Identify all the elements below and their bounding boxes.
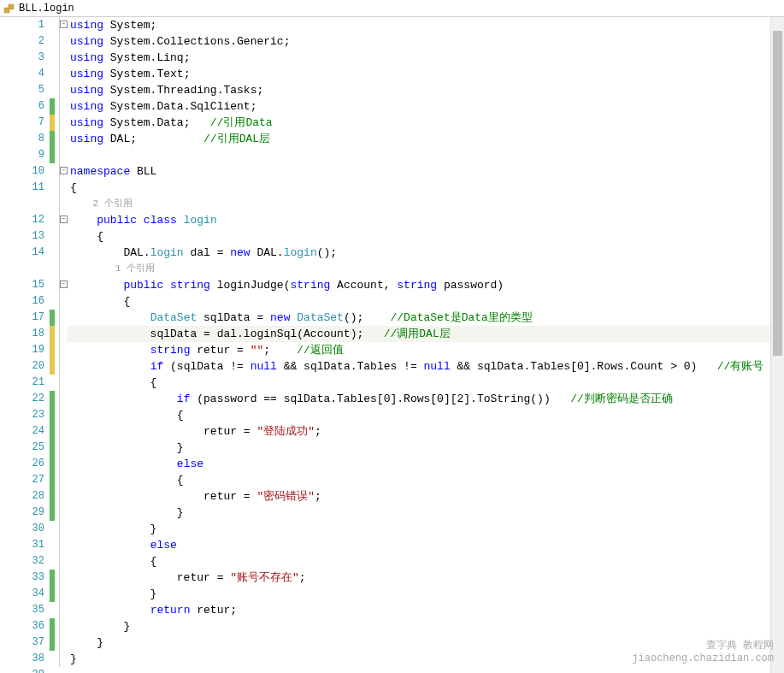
code-line[interactable]: }: [67, 618, 784, 635]
code-line[interactable]: {: [67, 553, 784, 570]
code-line[interactable]: using System.Threading.Tasks;: [67, 82, 784, 98]
code-line[interactable]: using System.Data.SqlClient;: [67, 98, 784, 115]
code-line[interactable]: using System.Linq;: [67, 50, 784, 66]
line-number: 3: [0, 50, 44, 66]
watermark-line1: 查字典 教程网: [632, 640, 774, 653]
line-number: 23: [0, 407, 44, 423]
code-line[interactable]: {: [67, 407, 784, 423]
line-number: 29: [0, 505, 44, 521]
codelens-references[interactable]: 1 个引用: [67, 261, 784, 277]
code-line[interactable]: using System.Data; //引用Data: [67, 115, 784, 131]
line-number: 37: [0, 635, 44, 651]
code-line[interactable]: using DAL; //引用DAL层: [67, 131, 784, 147]
code-line[interactable]: string retur = ""; //返回值: [67, 342, 784, 358]
code-line[interactable]: using System.Collections.Generic;: [67, 33, 784, 50]
line-number: 13: [0, 228, 44, 245]
code-line[interactable]: retur = "密码错误";: [67, 488, 784, 505]
code-line[interactable]: using System;: [67, 17, 784, 33]
line-number: 2: [0, 33, 44, 50]
code-line[interactable]: [67, 147, 784, 163]
code-line[interactable]: {: [67, 472, 784, 488]
line-number: 12: [0, 212, 44, 228]
line-number: 17: [0, 310, 44, 326]
line-number: 39: [0, 667, 44, 673]
code-line[interactable]: retur = "账号不存在";: [67, 570, 784, 586]
line-number: 27: [0, 472, 44, 488]
line-number: 19: [0, 342, 44, 358]
tab-bll-login[interactable]: BLL.login: [3, 3, 74, 15]
line-number: 8: [0, 131, 44, 147]
line-number: 22: [0, 391, 44, 407]
code-line[interactable]: else: [67, 537, 784, 553]
code-line[interactable]: }: [67, 586, 784, 602]
code-line[interactable]: if (sqlData != null && sqlData.Tables !=…: [67, 358, 784, 375]
code-line[interactable]: using System.Text;: [67, 66, 784, 82]
scrollbar-thumb[interactable]: [773, 31, 782, 356]
line-number: 26: [0, 456, 44, 472]
csharp-class-icon: [3, 3, 15, 15]
line-number: 33: [0, 570, 44, 586]
code-line[interactable]: if (password == sqlData.Tables[0].Rows[0…: [67, 391, 784, 407]
line-number: 18: [0, 326, 44, 342]
code-line[interactable]: retur = "登陆成功";: [67, 423, 784, 440]
line-number: 20: [0, 358, 44, 375]
code-line[interactable]: }: [67, 521, 784, 537]
code-line[interactable]: public string loginJudge(string Account,…: [67, 277, 784, 293]
line-number: 34: [0, 586, 44, 602]
watermark-line2: jiaocheng.chazidian.com: [632, 652, 774, 666]
line-number: 30: [0, 521, 44, 537]
line-number: 36: [0, 618, 44, 635]
line-number: 9: [0, 147, 44, 163]
line-number: 15: [0, 277, 44, 293]
tab-bar: BLL.login: [0, 0, 784, 17]
code-line[interactable]: DataSet sqlData = new DataSet(); //DataS…: [67, 310, 784, 326]
line-number: 38: [0, 651, 44, 667]
code-editor[interactable]: 1234567891011121314151617181920212223242…: [0, 17, 784, 673]
code-area[interactable]: using System;using System.Collections.Ge…: [67, 17, 784, 673]
code-line[interactable]: public class login: [67, 212, 784, 228]
line-number: 4: [0, 66, 44, 82]
code-line[interactable]: {: [67, 228, 784, 245]
line-number: 28: [0, 488, 44, 505]
watermark: 查字典 教程网 jiaocheng.chazidian.com: [632, 640, 774, 666]
line-number: 5: [0, 82, 44, 98]
svg-rect-1: [9, 4, 14, 9]
line-number: 16: [0, 293, 44, 310]
line-number: 7: [0, 115, 44, 131]
line-number: 1: [0, 17, 44, 33]
code-line[interactable]: {: [67, 293, 784, 310]
code-line[interactable]: {: [67, 375, 784, 391]
code-line[interactable]: sqlData = dal.loginSql(Account); //调用DAL…: [67, 326, 784, 342]
line-number: 31: [0, 537, 44, 553]
line-number: 6: [0, 98, 44, 115]
code-line[interactable]: }: [67, 440, 784, 456]
code-line[interactable]: else: [67, 456, 784, 472]
codelens-references[interactable]: 2 个引用: [67, 196, 784, 212]
line-number: 11: [0, 180, 44, 196]
line-number: 10: [0, 163, 44, 180]
line-number: 25: [0, 440, 44, 456]
line-number-gutter: 1234567891011121314151617181920212223242…: [0, 17, 50, 673]
vertical-scrollbar[interactable]: [770, 17, 784, 673]
code-line[interactable]: [67, 667, 784, 673]
outline-margin: ----: [55, 17, 67, 673]
line-number: 21: [0, 375, 44, 391]
code-line[interactable]: namespace BLL: [67, 163, 784, 180]
line-number: 35: [0, 602, 44, 618]
tab-title: BLL.login: [19, 3, 74, 15]
code-line[interactable]: DAL.login dal = new DAL.login();: [67, 245, 784, 261]
line-number: 32: [0, 553, 44, 570]
code-line[interactable]: }: [67, 505, 784, 521]
code-line[interactable]: {: [67, 180, 784, 196]
code-line[interactable]: return retur;: [67, 602, 784, 618]
line-number: 14: [0, 245, 44, 261]
line-number: 24: [0, 423, 44, 440]
